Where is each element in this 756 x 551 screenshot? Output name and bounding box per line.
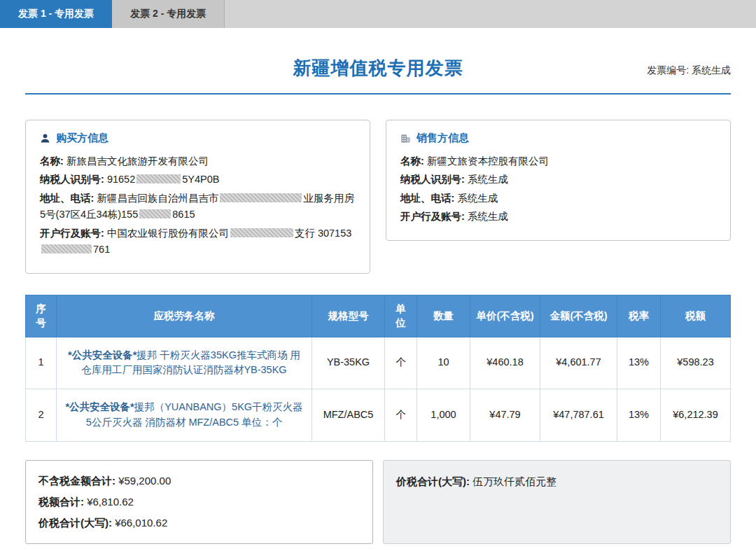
redacted-text <box>41 244 92 253</box>
person-icon <box>40 133 50 144</box>
totals-section: 不含税金额合计: ¥59,200.00 税额合计: ¥6,810.62 价税合计… <box>25 460 731 544</box>
col-header-spec: 规格型号 <box>312 295 385 337</box>
seller-field-name: 名称: 新疆文旅资本控股有限公司 <box>400 153 716 169</box>
seller-field-bank-account: 开户行及账号: 系统生成 <box>400 209 716 225</box>
tab-bar: 发票 1 - 专用发票 发票 2 - 专用发票 <box>0 0 756 28</box>
buyer-field-taxid: 纳税人识别号: 916525Y4P0B <box>40 172 356 188</box>
page-title: 新疆增值税专用发票 <box>25 56 731 81</box>
cell-unit-price: ¥460.18 <box>470 337 540 389</box>
invoice-header: 新疆增值税专用发票 发票编号: 系统生成 <box>25 28 731 95</box>
cell-seq: 2 <box>26 389 57 442</box>
redacted-text <box>230 228 293 237</box>
party-info-row: 购买方信息 名称: 新旅昌吉文化旅游开发有限公司 纳税人识别号: 916525Y… <box>25 120 731 274</box>
cell-item-name: *公共安全设备*援邦 干粉灭火器35KG推车式商场 用仓库用工厂用国家消防认证消… <box>57 337 312 389</box>
table-row: 1 *公共安全设备*援邦 干粉灭火器35KG推车式商场 用仓库用工厂用国家消防认… <box>26 337 731 389</box>
buyer-info-box: 购买方信息 名称: 新旅昌吉文化旅游开发有限公司 纳税人识别号: 916525Y… <box>25 120 370 274</box>
buyer-field-bank-account: 开户行及账号: 中国农业银行股份有限公司支行 307153761 <box>40 225 356 258</box>
cell-unit: 个 <box>385 389 417 442</box>
cell-amount: ¥47,787.61 <box>540 389 617 442</box>
buyer-field-name: 名称: 新旅昌吉文化旅游开发有限公司 <box>40 153 356 169</box>
total-excl-tax: 不含税金额合计: ¥59,200.00 <box>38 470 360 491</box>
cell-tax-rate: 13% <box>617 389 661 442</box>
col-header-item-name: 应税劳务名称 <box>57 295 312 337</box>
buyer-info-title: 购买方信息 <box>40 132 356 145</box>
col-header-tax-amount: 税额 <box>661 295 731 337</box>
total-in-words: 价税合计(大写): 伍万玖仟贰佰元整 <box>396 472 718 491</box>
buyer-field-address-phone: 地址、电话: 新疆昌吉回族自治州昌吉市业服务用房5号(37区4丘34栋)1558… <box>40 190 356 223</box>
building-icon <box>400 133 411 144</box>
cell-tax-amount: ¥598.23 <box>661 337 731 389</box>
col-header-unit-price: 单价(不含税) <box>470 295 540 337</box>
tab-invoice-2[interactable]: 发票 2 - 专用发票 <box>112 0 225 28</box>
col-header-qty: 数量 <box>417 295 470 337</box>
table-header-row: 序号 应税劳务名称 规格型号 单位 数量 单价(不含税) 金额(不含税) 税率 … <box>26 295 731 337</box>
cell-tax-amount: ¥6,212.39 <box>661 389 731 442</box>
seller-info-title-text: 销售方信息 <box>416 132 469 145</box>
total-incl-tax: 价税合计(大写): ¥66,010.62 <box>38 512 360 533</box>
invoice-items-table: 序号 应税劳务名称 规格型号 单位 数量 单价(不含税) 金额(不含税) 税率 … <box>25 295 731 442</box>
seller-info-box: 销售方信息 名称: 新疆文旅资本控股有限公司 纳税人识别号: 系统生成 地址、电… <box>386 120 731 241</box>
cell-qty: 10 <box>417 337 470 389</box>
cell-spec: YB-35KG <box>312 337 385 389</box>
col-header-amount: 金额(不含税) <box>540 295 617 337</box>
cell-item-name: *公共安全设备*援邦（YUANBANG）5KG干粉灭火器 5公斤灭火器 消防器材… <box>57 389 312 442</box>
header-divider <box>25 93 731 95</box>
total-tax: 税额合计: ¥6,810.62 <box>38 491 360 512</box>
cell-amount: ¥4,601.77 <box>540 337 617 389</box>
cell-unit-price: ¥47.79 <box>470 389 540 442</box>
cell-seq: 1 <box>26 337 57 389</box>
buyer-info-title-text: 购买方信息 <box>56 132 108 145</box>
col-header-tax-rate: 税率 <box>617 295 661 337</box>
invoice-number: 发票编号: 系统生成 <box>647 64 731 77</box>
seller-field-taxid: 纳税人识别号: 系统生成 <box>400 172 716 188</box>
seller-info-title: 销售方信息 <box>400 132 716 145</box>
total-in-words-box: 价税合计(大写): 伍万玖仟贰佰元整 <box>383 460 731 544</box>
totals-amounts-box: 不含税金额合计: ¥59,200.00 税额合计: ¥6,810.62 价税合计… <box>25 460 373 544</box>
cell-spec: MFZ/ABC5 <box>312 389 385 442</box>
cell-unit: 个 <box>385 337 417 389</box>
redacted-text <box>220 193 302 202</box>
seller-field-address-phone: 地址、电话: 系统生成 <box>400 190 716 207</box>
col-header-unit: 单位 <box>385 295 417 337</box>
table-row: 2 *公共安全设备*援邦（YUANBANG）5KG干粉灭火器 5公斤灭火器 消防… <box>26 389 731 442</box>
redacted-text <box>136 174 181 183</box>
cell-qty: 1,000 <box>417 389 470 442</box>
redacted-text <box>139 209 171 218</box>
cell-tax-rate: 13% <box>617 337 661 389</box>
col-header-seq: 序号 <box>26 295 57 337</box>
tab-invoice-1[interactable]: 发票 1 - 专用发票 <box>0 0 112 28</box>
invoice-page: 新疆增值税专用发票 发票编号: 系统生成 购买方信息 名称: 新旅昌吉文化旅游开… <box>0 28 756 551</box>
